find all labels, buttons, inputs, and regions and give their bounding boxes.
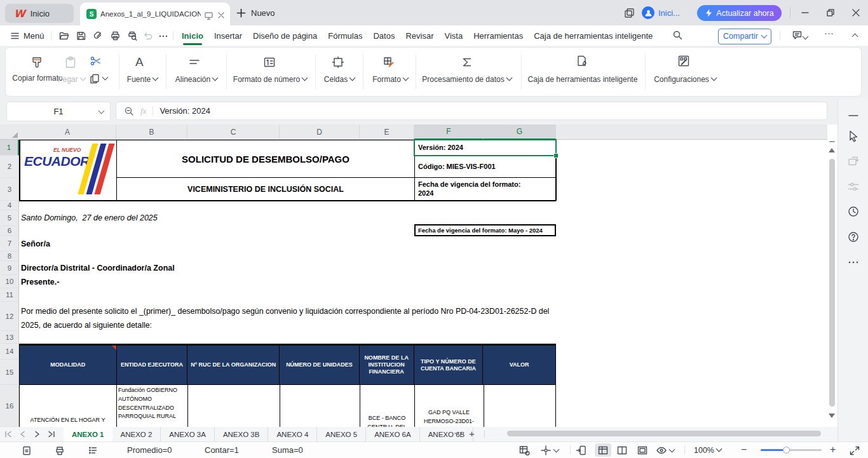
tab-vista[interactable]: Vista xyxy=(444,31,463,41)
sheet-tab-anexo-2[interactable]: ANEXO 2 xyxy=(112,427,161,441)
cell-validity[interactable]: Fecha de vigencia del formato: 2024 xyxy=(415,178,555,200)
formula-input[interactable]: fx Versión: 2024 xyxy=(116,102,827,120)
row-header-16[interactable]: 16 xyxy=(0,385,19,427)
vertical-scrollbar[interactable] xyxy=(827,125,837,427)
zoom-in-button[interactable]: + xyxy=(830,444,836,455)
position-anchor-button[interactable] xyxy=(540,445,559,458)
cell-validity-box[interactable]: Fecha de vigencia del formato: Mayo - 20… xyxy=(414,224,556,236)
zoom-out-button[interactable]: − xyxy=(741,444,747,455)
cell-entidad-ejecutora[interactable]: Fundación GOBIERNO AUTÓNOMO DESCENTRALIZ… xyxy=(118,386,186,421)
paste-button[interactable]: Pegar xyxy=(55,75,87,84)
row-header-10[interactable]: 10 xyxy=(0,275,19,288)
undo-icon[interactable] xyxy=(142,30,153,41)
paste-icon[interactable] xyxy=(64,56,78,70)
tab-inicio[interactable]: Inicio xyxy=(182,31,203,41)
status-sheet-icon[interactable] xyxy=(22,445,32,455)
next-sheet-icon[interactable] xyxy=(33,430,41,438)
sheet-tab-anexo-4[interactable]: ANEXO 4 xyxy=(268,427,317,441)
table-header-cell[interactable]: MODALIDAD xyxy=(20,346,117,384)
mobile-view-icon[interactable] xyxy=(576,445,587,456)
format-group-button[interactable]: Formato xyxy=(365,75,416,84)
zoom-out-formula-icon[interactable] xyxy=(124,106,134,116)
row-header-8[interactable]: 8 xyxy=(0,252,19,261)
cell-body-paragraph[interactable]: Por medio del presente solicito el _(pri… xyxy=(21,304,553,332)
sheet-tab-anexo-5[interactable]: ANEXO 5 xyxy=(317,427,366,441)
table-header-cell[interactable]: NÚMERO DE UNIDADES xyxy=(280,346,360,384)
tab-herramientas[interactable]: Herramientas xyxy=(473,31,523,41)
adjust-settings-icon[interactable] xyxy=(847,180,860,193)
font-group-button[interactable]: Fuente xyxy=(120,75,165,84)
row-header-15[interactable]: 15 xyxy=(0,360,19,385)
smart-toolbox-group-button[interactable]: Caja de herramientas inteligente xyxy=(520,75,645,84)
fullscreen-icon[interactable] xyxy=(849,445,860,456)
cell-modalidad[interactable]: ATENCIÓN EN EL HOGAR Y xyxy=(19,416,116,425)
table-tools-icon[interactable] xyxy=(519,445,530,456)
spreadsheet-grid[interactable]: ABCDEFG 12345678910111213141516 EL NUEVO… xyxy=(0,125,827,427)
copy-button[interactable] xyxy=(89,73,107,87)
row-header-14[interactable]: 14 xyxy=(0,344,19,360)
fx-icon[interactable]: fx xyxy=(140,106,146,116)
page-break-view-icon[interactable] xyxy=(616,445,628,456)
table-header-cell[interactable]: NOMBRE DE LA INSTITUCION FINANCIERA xyxy=(360,346,414,384)
sheet-tab-anexo-3b[interactable]: ANEXO 3B xyxy=(215,427,269,441)
menu-button[interactable]: Menú xyxy=(10,28,44,43)
cell-present[interactable]: Presente.- xyxy=(21,278,59,286)
restore-button[interactable] xyxy=(818,0,843,25)
table-header-cell[interactable]: ENTIDAD EJECUTORA xyxy=(117,346,188,384)
row-header-7[interactable]: 7 xyxy=(0,236,19,252)
collapse-ribbon-icon[interactable] xyxy=(852,34,858,40)
sheet-tab-anexo-1[interactable]: ANEXO 1 xyxy=(64,427,112,441)
macro-record-icon[interactable] xyxy=(55,445,65,455)
more-quick-icons[interactable] xyxy=(158,30,169,41)
account-button[interactable]: Inici... xyxy=(642,6,680,19)
sheet-tab-anexo-6a[interactable]: ANEXO 6A xyxy=(366,427,420,441)
print-preview-icon[interactable] xyxy=(127,30,138,41)
close-document-icon[interactable] xyxy=(217,11,225,19)
cell-doc-subtitle[interactable]: VICEMINISTERIO DE INCLUSIÓN SOCIAL xyxy=(117,178,414,200)
share-button[interactable]: Compartir xyxy=(718,29,771,44)
cut-icon[interactable] xyxy=(90,55,104,69)
data-processing-group-button[interactable]: Procesamiento de datos xyxy=(417,75,516,84)
name-box[interactable]: F1 xyxy=(6,102,111,121)
column-header-C[interactable]: C xyxy=(187,125,280,140)
configurations-group-button[interactable]: Configuraciones xyxy=(646,75,724,84)
sheet-tab-anexo-3a[interactable]: ANEXO 3A xyxy=(161,427,215,441)
cell-cuenta-bancaria[interactable]: GAD PQ VALLE HERMOSO-23D01- xyxy=(414,408,484,426)
add-sheet-button[interactable]: + xyxy=(469,428,475,439)
format-painter-icon[interactable] xyxy=(30,56,44,70)
page-layout-view-icon[interactable] xyxy=(637,445,648,456)
selection-fill-handle[interactable] xyxy=(553,153,559,158)
horizontal-scrollbar[interactable] xyxy=(493,430,824,438)
sidebar-collapse-icon[interactable] xyxy=(847,109,860,122)
row-header-6[interactable]: 6 xyxy=(0,226,19,236)
home-tab[interactable]: W Inicio xyxy=(5,4,74,23)
table-header-cell[interactable]: Nº RUC DE LA ORGANIZACION xyxy=(187,346,280,384)
zoom-slider-thumb[interactable] xyxy=(783,447,790,454)
scroll-up-icon[interactable] xyxy=(829,148,835,152)
row-header-9[interactable]: 9 xyxy=(0,261,19,275)
previous-sheet-icon[interactable] xyxy=(18,430,27,438)
vertical-scroll-thumb[interactable] xyxy=(829,159,835,407)
row-header-11[interactable]: 11 xyxy=(0,288,19,302)
cell-recipient[interactable]: Director/a Distrital - Coordinador/a Zon… xyxy=(21,264,175,273)
tab-caja-herramientas-inteligente[interactable]: Caja de herramientas inteligente xyxy=(534,31,653,41)
tab-revisar[interactable]: Revisar xyxy=(405,31,433,41)
cell-institucion-financiera[interactable]: BCE - BANCO CENTRAL DEL xyxy=(360,414,414,427)
column-header-A[interactable]: A xyxy=(19,125,116,140)
column-header-E[interactable]: E xyxy=(360,125,414,140)
new-document-button[interactable]: Nuevo xyxy=(236,5,275,20)
help-icon[interactable] xyxy=(847,231,860,243)
column-header-B[interactable]: B xyxy=(116,125,187,140)
ecuador-logo[interactable]: EL NUEVO ECUADOR xyxy=(20,141,114,199)
update-now-button[interactable]: Actualizar ahora xyxy=(697,5,782,21)
more-menu-button[interactable]: ··· xyxy=(824,27,834,38)
table-header-cell[interactable]: TIPO Y NÚMERO DE CUENTA BANCARIA xyxy=(414,346,484,384)
column-header-G[interactable]: G xyxy=(484,125,556,140)
zoom-level[interactable]: 100% xyxy=(694,446,721,455)
row-header-1[interactable]: 1 xyxy=(0,140,19,156)
history-icon[interactable] xyxy=(847,205,860,218)
tab-formulas[interactable]: Fórmulas xyxy=(328,31,362,41)
close-window-button[interactable] xyxy=(844,0,868,25)
print-icon[interactable] xyxy=(110,30,121,41)
window-stack-icon[interactable] xyxy=(624,8,635,18)
